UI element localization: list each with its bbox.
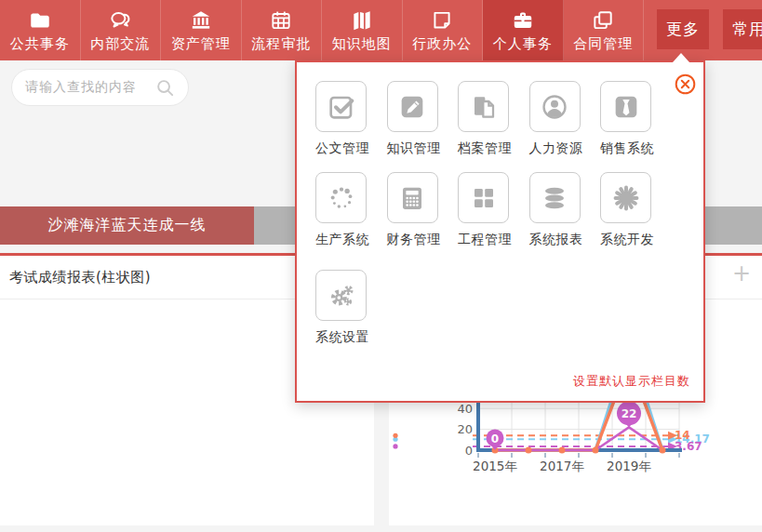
nav-item-process-approval[interactable]: 流程审批 xyxy=(242,0,323,60)
svg-text:0: 0 xyxy=(465,444,473,458)
svg-text:40: 40 xyxy=(457,402,473,416)
chat-icon xyxy=(108,8,132,33)
nav-items: 公共事务 内部交流 资产管理 流程审批 知识地图 行政办公 xyxy=(0,0,644,60)
search-placeholder: 请输入查找的内容 xyxy=(25,79,137,96)
nav-item-label: 内部交流 xyxy=(90,35,150,53)
calculator-icon xyxy=(397,183,427,213)
document-icon xyxy=(430,8,454,33)
copy-docs-icon xyxy=(469,92,499,122)
burst-icon xyxy=(611,183,641,213)
svg-text:0: 0 xyxy=(491,432,499,446)
add-widget-button[interactable]: + xyxy=(732,260,751,286)
tile-row: 公文管理 知识管理 档案管理 人力资源 销售系统 xyxy=(315,81,652,157)
nav-item-label: 合同管理 xyxy=(573,35,633,53)
svg-text:20: 20 xyxy=(457,422,473,436)
folder-icon xyxy=(28,8,52,33)
more-button[interactable]: 更多 xyxy=(657,9,709,49)
calendar-icon xyxy=(269,8,293,33)
widget-title: 考试成绩报表(柱状图) xyxy=(9,269,151,286)
app-tile-label: 档案管理 xyxy=(458,140,510,157)
app-tile-label: 工程管理 xyxy=(458,232,510,248)
svg-text:2019年: 2019年 xyxy=(607,459,651,473)
close-icon[interactable] xyxy=(675,73,696,95)
app-tile-label: 财务管理 xyxy=(387,232,439,248)
app-tile-sales[interactable]: 销售系统 xyxy=(600,81,652,157)
check-square-icon xyxy=(327,92,356,122)
nav-item-personal-affairs[interactable]: 个人事务 xyxy=(483,0,564,60)
tie-icon xyxy=(611,92,641,122)
nav-item-asset-mgmt[interactable]: 资产管理 xyxy=(161,0,242,60)
nav-item-internal-comm[interactable]: 内部交流 xyxy=(81,0,162,60)
nav-item-knowledge-map[interactable]: 知识地图 xyxy=(322,0,403,60)
popup-arrow xyxy=(673,53,689,62)
nav-item-admin-office[interactable]: 行政办公 xyxy=(403,0,484,60)
nav-item-label: 流程审批 xyxy=(251,35,311,53)
nav-item-contract-mgmt[interactable]: 合同管理 xyxy=(564,0,645,60)
app-tile-knowledge-mgmt[interactable]: 知识管理 xyxy=(387,81,439,157)
app-tile-archive-mgmt[interactable]: 档案管理 xyxy=(458,81,510,157)
banner-active-slide[interactable]: 沙滩海洋蓝天连成一线 xyxy=(0,206,254,245)
nav-item-public-affairs[interactable]: 公共事务 xyxy=(0,0,81,60)
briefcase-icon xyxy=(511,8,535,33)
nav-item-label: 知识地图 xyxy=(332,35,392,53)
gears-icon xyxy=(327,281,356,311)
common-button[interactable]: 常用 xyxy=(723,9,762,49)
database-icon xyxy=(540,183,569,213)
copy-icon xyxy=(591,8,615,33)
app-tile-label: 公文管理 xyxy=(315,140,368,157)
tile-row: 生产系统 财务管理 工程管理 系统报表 系统开发 xyxy=(315,172,652,248)
nav-item-label: 个人事务 xyxy=(493,35,553,53)
bank-icon xyxy=(189,8,213,33)
pencil-icon xyxy=(397,92,427,122)
app-tile-label: 生产系统 xyxy=(315,232,368,248)
dotted-circle-icon xyxy=(327,183,356,213)
svg-text:22: 22 xyxy=(622,407,637,420)
svg-text:2015年: 2015年 xyxy=(473,459,517,473)
nav-item-label: 行政办公 xyxy=(412,35,472,53)
app-tile-label: 系统开发 xyxy=(600,232,652,248)
app-tile-label: 人力资源 xyxy=(529,140,582,157)
tile-row: 系统设置 xyxy=(315,270,368,346)
nav-item-label: 公共事务 xyxy=(10,35,70,53)
app-tile-development[interactable]: 系统开发 xyxy=(600,172,652,248)
app-tile-settings[interactable]: 系统设置 xyxy=(315,270,368,346)
app-tile-label: 销售系统 xyxy=(600,140,652,157)
app-tile-doc-mgmt[interactable]: 公文管理 xyxy=(315,81,368,157)
app-tile-label: 系统设置 xyxy=(315,329,368,346)
app-tile-finance[interactable]: 财务管理 xyxy=(387,172,439,248)
app-tile-hr[interactable]: 人力资源 xyxy=(529,81,582,157)
app-tile-label: 系统报表 xyxy=(529,232,582,248)
search-icon xyxy=(155,78,175,98)
nav-item-label: 资产管理 xyxy=(171,35,231,53)
set-default-columns-link[interactable]: 设置默认显示栏目数 xyxy=(573,373,690,390)
app-tile-engineering[interactable]: 工程管理 xyxy=(458,172,510,248)
person-icon xyxy=(540,92,569,122)
top-nav: 公共事务 内部交流 资产管理 流程审批 知识地图 行政办公 xyxy=(0,0,762,60)
svg-text:2017年: 2017年 xyxy=(540,459,584,473)
app-tile-label: 知识管理 xyxy=(387,140,439,157)
app-tile-reports[interactable]: 系统报表 xyxy=(529,172,582,248)
app-root: 公共事务 内部交流 资产管理 流程审批 知识地图 行政办公 xyxy=(0,0,762,532)
map-icon xyxy=(350,8,374,33)
grid-icon xyxy=(469,183,499,213)
app-tile-production[interactable]: 生产系统 xyxy=(315,172,368,248)
search-input[interactable]: 请输入查找的内容 xyxy=(11,69,189,106)
more-apps-popup: 公文管理 知识管理 档案管理 人力资源 销售系统 生产系统 xyxy=(295,60,705,403)
